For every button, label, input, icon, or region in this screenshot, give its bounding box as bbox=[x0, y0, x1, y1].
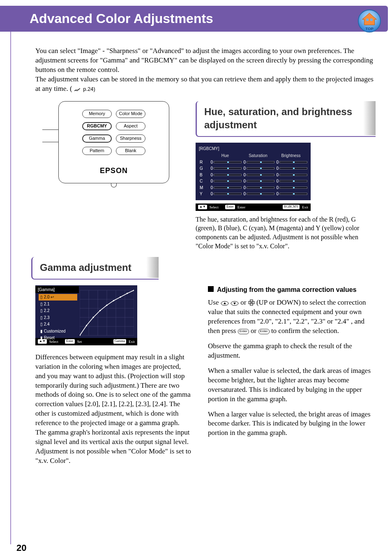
down-oval-icon bbox=[231, 301, 239, 306]
rgbcmy-osd-footer: ▲▼Select EnterEnter RGBCMYExit bbox=[196, 204, 311, 211]
gamma-menu-item: ▯ 2.3 bbox=[39, 314, 77, 321]
remote-gamma-button: Gamma bbox=[82, 134, 112, 143]
gamma-r3: When a smaller value is selected, the da… bbox=[208, 366, 376, 404]
rgbcmy-osd-title: [RGBCMY] bbox=[199, 146, 307, 152]
svg-point-22 bbox=[113, 300, 114, 301]
page-title-bar: Advanced Color Adjustments bbox=[0, 6, 388, 32]
remote-aspect-button: Aspect bbox=[116, 122, 145, 130]
page-number: 20 bbox=[16, 542, 26, 554]
gamma-left-desc2: Adjustment is not possible when "Color M… bbox=[35, 447, 191, 466]
remote-diagram: Memory Color Mode RGBCMY Aspect Gamma Sh… bbox=[58, 101, 169, 187]
remote-brand: EPSON bbox=[64, 166, 164, 176]
gamma-r4: When a larger value is selected, the bri… bbox=[208, 410, 376, 438]
gamma-section-title: Gamma adjustment bbox=[31, 257, 159, 279]
intro-text: You can select "Image" - "Sharpness" or … bbox=[35, 46, 376, 94]
svg-point-19 bbox=[92, 317, 94, 318]
enter-key-icon: Enter bbox=[238, 329, 249, 334]
book-icon bbox=[74, 87, 81, 92]
gamma-subheading: Adjusting from the gamma correction valu… bbox=[208, 285, 376, 294]
rgbcmy-osd: [RGBCMY] Hue Saturation Brightness R000G… bbox=[196, 143, 311, 200]
top-icon[interactable]: TOP bbox=[357, 9, 381, 33]
gamma-r1: Use or (UP or DOWN) to select the correc… bbox=[208, 298, 376, 336]
svg-point-21 bbox=[106, 304, 107, 305]
enter-key-icon: Enter bbox=[258, 329, 270, 334]
hsb-section-title: Hue, saturation, and brightness adjustme… bbox=[196, 101, 376, 137]
gamma-graph bbox=[79, 288, 137, 338]
svg-text:TOP: TOP bbox=[365, 26, 374, 31]
intro-p1: You can select "Image" - "Sharpness" or … bbox=[35, 46, 376, 75]
osd-row: Y000 bbox=[199, 191, 307, 197]
hsb-description: The hue, saturation, and brightness for … bbox=[196, 215, 376, 250]
intro-p2: The adjustment values can be stored in t… bbox=[35, 75, 376, 94]
gamma-menu-item: ▯ 2.0 ↩ bbox=[39, 294, 77, 301]
remote-rgbcmy-button: RGBCMY bbox=[82, 122, 112, 130]
left-rule bbox=[10, 12, 11, 544]
gamma-menu-item: ▯ 2.1 bbox=[39, 301, 77, 308]
gamma-osd-footer: ▲▼Select EnterSet GammaExit bbox=[35, 338, 137, 345]
svg-rect-2 bbox=[370, 18, 373, 21]
svg-point-20 bbox=[99, 310, 101, 311]
remote-memory-button: Memory bbox=[82, 110, 112, 118]
remote-colormode-button: Color Mode bbox=[116, 110, 145, 118]
gamma-left-desc: Differences between equipment may result… bbox=[35, 353, 191, 447]
remote-blank-button: Blank bbox=[116, 147, 145, 155]
svg-rect-1 bbox=[366, 18, 369, 21]
gamma-menu-item: ▯ 2.4 bbox=[39, 321, 77, 328]
svg-point-24 bbox=[127, 293, 128, 294]
osd-row: M000 bbox=[199, 185, 307, 191]
page-title: Advanced Color Adjustments bbox=[30, 11, 213, 26]
square-bullet-icon bbox=[208, 286, 214, 292]
dpad-icon bbox=[248, 299, 255, 306]
remote-pattern-button: Pattern bbox=[82, 147, 112, 155]
osd-row: R000 bbox=[199, 160, 307, 165]
gamma-osd: [Gamma] ▯ 2.0 ↩▯ 2.1▯ 2.2▯ 2.3▯ 2.4▮ Cus… bbox=[35, 285, 137, 338]
svg-point-18 bbox=[86, 325, 87, 326]
remote-sharpness-button: Sharpness bbox=[116, 134, 145, 143]
up-oval-icon bbox=[221, 301, 229, 306]
gamma-menu-item: ▯ 2.2 bbox=[39, 308, 77, 314]
osd-row: B000 bbox=[199, 172, 307, 178]
svg-point-30 bbox=[251, 302, 252, 303]
gamma-menu-item: ▮ Customized bbox=[39, 328, 77, 335]
osd-row: C000 bbox=[199, 178, 307, 184]
gamma-r2: Observe the gamma graph to check the res… bbox=[208, 342, 376, 361]
osd-row: G000 bbox=[199, 166, 307, 171]
svg-point-23 bbox=[120, 296, 121, 297]
